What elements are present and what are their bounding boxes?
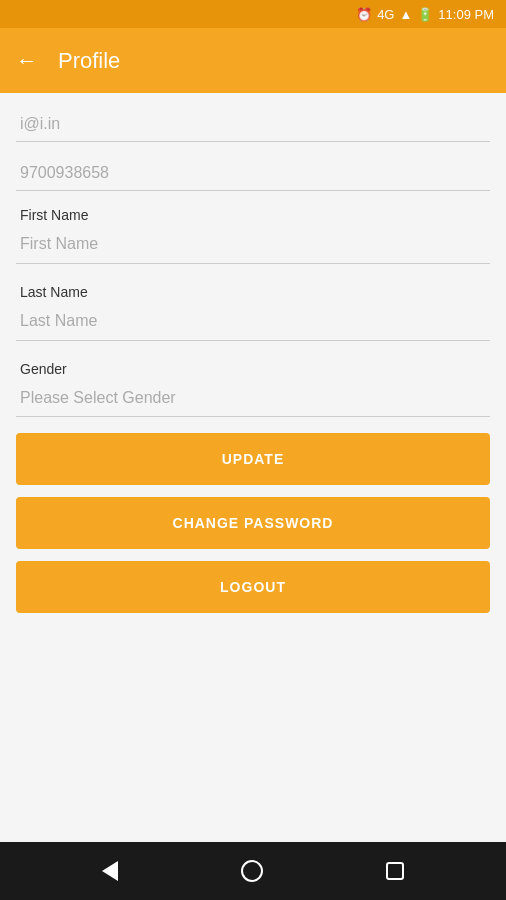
email-row: i@i.in bbox=[16, 101, 490, 142]
home-circle-icon bbox=[241, 860, 263, 882]
content-area: i@i.in 9700938658 First Name Last Name G… bbox=[0, 93, 506, 842]
battery-icon: 🔋 bbox=[417, 7, 433, 22]
header: ← Profile bbox=[0, 28, 506, 93]
time-label: 11:09 PM bbox=[438, 7, 494, 22]
recents-square-icon bbox=[386, 862, 404, 880]
logout-button[interactable]: LOGOUT bbox=[16, 561, 490, 613]
signal-icon: ▲ bbox=[399, 7, 412, 22]
bottom-nav bbox=[0, 842, 506, 900]
last-name-wrapper: Last Name bbox=[16, 276, 490, 341]
gender-select[interactable]: Please Select Gender Male Female Other bbox=[16, 379, 490, 417]
back-triangle-icon bbox=[102, 861, 118, 881]
last-name-label: Last Name bbox=[16, 276, 490, 302]
email-value: i@i.in bbox=[20, 115, 60, 132]
network-label: 4G bbox=[377, 7, 394, 22]
back-icon: ← bbox=[16, 48, 38, 74]
buttons-section: UPDATE CHANGE PASSWORD LOGOUT bbox=[16, 433, 490, 625]
phone-row: 9700938658 bbox=[16, 150, 490, 191]
first-name-input[interactable] bbox=[16, 225, 490, 264]
gender-wrapper: Gender Please Select Gender Male Female … bbox=[16, 353, 490, 417]
back-button[interactable]: ← bbox=[16, 48, 38, 74]
status-bar: ⏰ 4G ▲ 🔋 11:09 PM bbox=[0, 0, 506, 28]
first-name-wrapper: First Name bbox=[16, 199, 490, 264]
status-icons: ⏰ 4G ▲ 🔋 11:09 PM bbox=[356, 7, 494, 22]
phone-value: 9700938658 bbox=[20, 164, 109, 181]
last-name-input[interactable] bbox=[16, 302, 490, 341]
nav-back-button[interactable] bbox=[102, 861, 118, 881]
first-name-label: First Name bbox=[16, 199, 490, 225]
alarm-icon: ⏰ bbox=[356, 7, 372, 22]
page-title: Profile bbox=[58, 48, 120, 74]
nav-recents-button[interactable] bbox=[386, 862, 404, 880]
gender-label: Gender bbox=[16, 353, 490, 379]
change-password-button[interactable]: CHANGE PASSWORD bbox=[16, 497, 490, 549]
nav-home-button[interactable] bbox=[241, 860, 263, 882]
update-button[interactable]: UPDATE bbox=[16, 433, 490, 485]
